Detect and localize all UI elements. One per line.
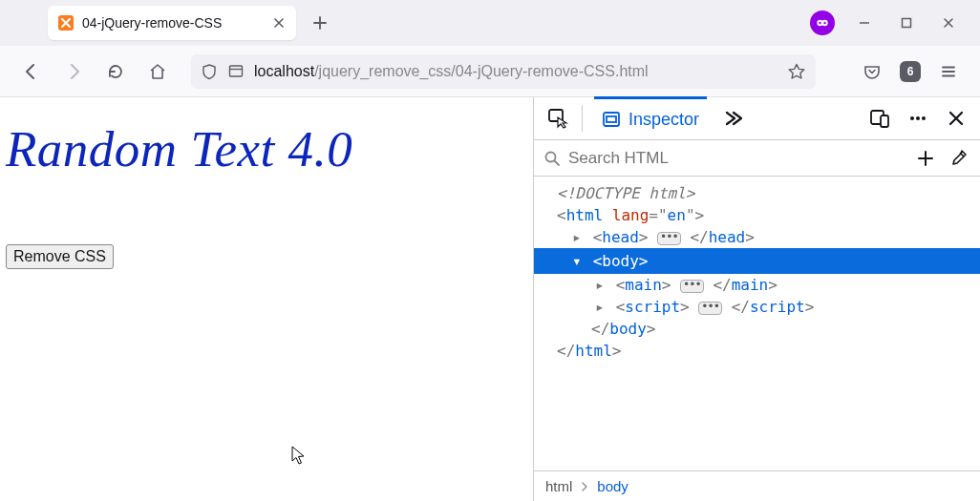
extension-badge-icon[interactable]: [810, 10, 835, 35]
home-button[interactable]: [143, 57, 172, 86]
forward-button: [59, 57, 88, 86]
tree-body-close[interactable]: </body>: [534, 318, 980, 340]
url-text: localhost/jquery_remove_css/04-jQuery-re…: [254, 63, 649, 80]
tab-strip: 04-jQuery-remove-CSS: [0, 0, 980, 46]
devtools-search-input[interactable]: [568, 149, 905, 168]
mouse-cursor-icon: [291, 446, 307, 467]
devtools-panel: Inspector: [533, 97, 980, 501]
reload-button[interactable]: [101, 57, 130, 86]
svg-point-13: [916, 116, 920, 120]
element-picker-icon[interactable]: [545, 106, 570, 131]
svg-rect-9: [607, 116, 616, 122]
inspector-tab[interactable]: Inspector: [594, 96, 707, 139]
svg-point-3: [819, 22, 820, 24]
shield-icon[interactable]: [201, 63, 218, 80]
tree-head[interactable]: ▸ <head> ••• </head>: [534, 226, 980, 248]
svg-point-14: [922, 116, 926, 120]
url-toolbar: localhost/jquery_remove_css/04-jQuery-re…: [0, 46, 980, 97]
browser-tab[interactable]: 04-jQuery-remove-CSS: [48, 6, 296, 40]
remove-css-button[interactable]: Remove CSS: [6, 244, 114, 269]
window-close-button[interactable]: [936, 10, 961, 35]
content-split: Random Text 4.0 Remove CSS Inspector: [0, 97, 980, 501]
app-menu-button[interactable]: [934, 57, 963, 86]
toolbar-right: 6: [858, 57, 963, 86]
tree-main[interactable]: ▸ <main> ••• </main>: [534, 274, 980, 296]
bookmark-star-icon[interactable]: [787, 62, 806, 81]
page-heading: Random Text 4.0: [6, 120, 527, 177]
crumb-body[interactable]: body: [597, 478, 628, 494]
new-tab-button[interactable]: [304, 7, 336, 39]
url-bar[interactable]: localhost/jquery_remove_css/04-jQuery-re…: [191, 54, 816, 89]
eyedropper-icon[interactable]: [946, 149, 970, 168]
devtools-tabbar-right: [867, 106, 969, 131]
svg-rect-6: [230, 66, 243, 76]
devtools-tabbar: Inspector: [534, 97, 980, 140]
tree-doctype[interactable]: <!DOCTYPE html>: [534, 182, 980, 204]
svg-rect-11: [881, 115, 888, 127]
pocket-icon[interactable]: [858, 57, 886, 86]
svg-rect-5: [903, 19, 911, 28]
window-minimize-button[interactable]: [852, 10, 877, 35]
dom-tree[interactable]: <!DOCTYPE html> <html lang="en"> ▸ <head…: [534, 177, 980, 470]
tree-html-open[interactable]: <html lang="en">: [534, 204, 980, 226]
breadcrumb: html body: [534, 470, 980, 501]
search-icon: [543, 150, 561, 167]
security-icon[interactable]: [227, 63, 245, 80]
divider: [582, 105, 583, 132]
window-maximize-button[interactable]: [894, 10, 919, 35]
devtools-search-bar: [534, 140, 980, 177]
tab-count-badge[interactable]: 6: [900, 61, 921, 82]
tree-script[interactable]: ▸ <script> ••• </script>: [534, 296, 980, 318]
devtools-overflow-button[interactable]: [718, 105, 745, 132]
back-button[interactable]: [17, 57, 46, 86]
xampp-favicon-icon: [57, 14, 75, 31]
tabstrip-right: [810, 10, 980, 35]
chevron-right-icon: [580, 482, 589, 491]
url-host: localhost: [254, 63, 314, 80]
devtools-close-icon[interactable]: [944, 106, 969, 131]
tree-html-close[interactable]: </html>: [534, 340, 980, 362]
url-path: /jquery_remove_css/04-jQuery-remove-CSS.…: [314, 63, 648, 80]
tree-body-open[interactable]: ▾ <body>: [534, 248, 980, 274]
crumb-html[interactable]: html: [545, 478, 572, 494]
inspector-tab-label: Inspector: [628, 110, 699, 130]
responsive-design-icon[interactable]: [867, 106, 892, 131]
tab-title: 04-jQuery-remove-CSS: [82, 15, 264, 31]
devtools-menu-icon[interactable]: [905, 106, 930, 131]
tab-close-button[interactable]: [271, 15, 287, 31]
svg-point-4: [823, 22, 825, 24]
add-node-button[interactable]: [913, 150, 938, 167]
svg-point-12: [910, 116, 914, 120]
page-viewport: Random Text 4.0 Remove CSS: [0, 97, 533, 501]
